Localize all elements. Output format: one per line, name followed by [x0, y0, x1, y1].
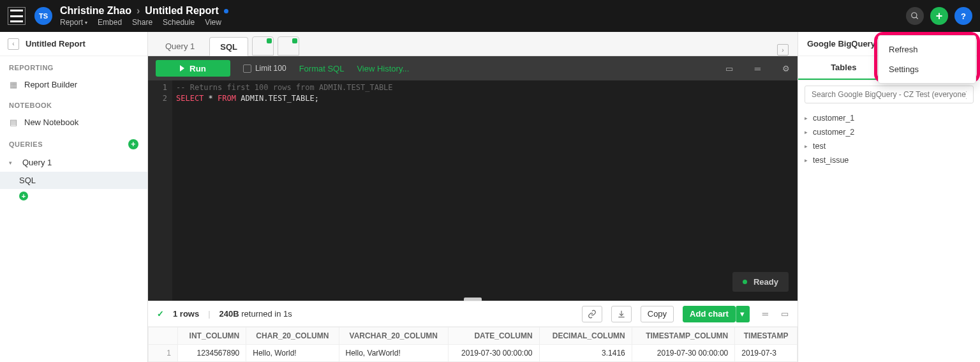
col-date[interactable]: DATE_COLUMN — [449, 328, 539, 345]
gear-icon[interactable]: ⚙ — [782, 64, 790, 73]
tab-add-chart[interactable] — [278, 36, 299, 56]
chevron-right-icon: ▸ — [805, 129, 808, 135]
limit-100-toggle[interactable]: Limit 100 — [243, 64, 286, 73]
sidebar-new-notebook[interactable]: ▤ New Notebook — [0, 113, 147, 132]
left-sidebar: ‹ Untitled Report REPORTING ▦ Report Bui… — [0, 32, 148, 362]
results-layout-icon-2[interactable]: ▭ — [781, 309, 789, 319]
resize-handle[interactable] — [464, 298, 482, 301]
plus-badge-icon — [292, 38, 297, 43]
tree-item[interactable]: ▸customer_2 — [805, 125, 974, 139]
results-layout-icon-1[interactable]: ═ — [762, 309, 768, 319]
center-column: Query 1 SQL › Run Limit 100 Format SQL V… — [148, 32, 798, 362]
sidebar-query-sql[interactable]: SQL — [0, 172, 147, 189]
download-icon — [617, 310, 626, 319]
col-ts[interactable]: TIMESTAMP_COLUMN — [632, 328, 735, 345]
mode-logo-icon[interactable] — [8, 7, 26, 25]
cell: 2019-07-30 00:00:00 — [632, 345, 735, 362]
schema-tree: ▸customer_1 ▸customer_2 ▸test ▸test_issu… — [798, 109, 980, 170]
section-queries: QUERIES + — [0, 132, 147, 153]
tab-query-1[interactable]: Query 1 — [154, 36, 205, 56]
topbar: TS Christine Zhao › Untitled Report Repo… — [0, 0, 980, 32]
layout-icon-2[interactable]: ═ — [755, 64, 761, 73]
tree-item[interactable]: ▸test_issue — [805, 153, 974, 167]
table-header-row: INT_COLUMN CHAR_20_COLUMN VARCHAR_20_COL… — [149, 328, 798, 345]
collapse-sidebar-icon[interactable]: ‹ — [8, 38, 19, 50]
col-vchar[interactable]: VARCHAR_20_COLUMN — [339, 328, 449, 345]
table-row[interactable]: 1 1234567890 Hello, World! Hello, VarWor… — [149, 345, 798, 362]
cell: Hello, World! — [246, 345, 339, 362]
editor-tabs: Query 1 SQL › — [148, 32, 798, 56]
chevron-right-icon: ▸ — [805, 157, 808, 163]
tab-sql[interactable]: SQL — [209, 37, 248, 56]
breadcrumb-report-title[interactable]: Untitled Report — [145, 5, 219, 17]
sql-editor[interactable]: 12 -- Returns first 100 rows from ADMIN.… — [148, 80, 798, 301]
menu-report[interactable]: Report ▾ — [60, 18, 87, 27]
col-char[interactable]: CHAR_20_COLUMN — [246, 328, 339, 345]
results-timing: returned in 1s — [241, 309, 292, 319]
add-chart-button[interactable]: Add chart — [683, 306, 736, 322]
sidebar-report-builder-label: Report Builder — [24, 80, 77, 89]
add-chart-caret[interactable]: ▾ — [736, 306, 750, 322]
notebook-icon: ▤ — [9, 118, 18, 127]
sidebar-new-notebook-label: New Notebook — [24, 117, 78, 127]
col-ts2[interactable]: TIMESTAMP — [735, 328, 798, 345]
line-gutter: 12 — [148, 80, 172, 301]
right-panel: Google BigQuery - CZ Test ▾ ⋮ Refresh Se… — [798, 32, 980, 362]
layout-icon-1[interactable]: ▭ — [725, 64, 733, 73]
search-icon[interactable] — [906, 7, 924, 25]
row-index: 1 — [149, 345, 178, 362]
breadcrumb-separator-icon: › — [137, 5, 140, 17]
tab-tables[interactable]: Tables — [798, 56, 889, 80]
sidebar-report-builder[interactable]: ▦ Report Builder — [0, 75, 147, 94]
help-button[interactable]: ? — [954, 7, 972, 25]
section-reporting: REPORTING — [0, 56, 147, 75]
download-button[interactable] — [611, 306, 632, 322]
sidebar-query-1[interactable]: ▾ Query 1 — [0, 153, 147, 172]
run-button[interactable]: Run — [156, 60, 230, 77]
cell: 2019-07-3 — [735, 345, 798, 362]
menu-schedule[interactable]: Schedule — [163, 18, 195, 27]
sidebar-add-viz[interactable]: + — [0, 189, 147, 203]
sidebar-report-title: Untitled Report — [26, 39, 85, 49]
results-row-count: 1 rows — [173, 309, 199, 319]
results-size: 240B — [219, 309, 239, 319]
workspace-avatar[interactable]: TS — [34, 7, 52, 25]
new-button[interactable]: + — [930, 7, 948, 25]
menu-embed[interactable]: Embed — [98, 18, 122, 27]
tab-add-table[interactable] — [252, 36, 274, 56]
title-region: Christine Zhao › Untitled Report Report … — [60, 5, 228, 27]
main: ‹ Untitled Report REPORTING ▦ Report Bui… — [0, 32, 980, 362]
svg-line-1 — [916, 17, 918, 19]
schema-search — [805, 86, 974, 103]
format-sql-button[interactable]: Format SQL — [299, 64, 345, 73]
chevron-right-icon: ▸ — [805, 115, 808, 121]
add-query-icon[interactable]: + — [128, 139, 138, 149]
menu-refresh[interactable]: Refresh — [879, 40, 976, 59]
menu-share[interactable]: Share — [132, 18, 152, 27]
code-area[interactable]: -- Returns first 100 rows from ADMIN.TES… — [172, 80, 798, 301]
section-notebook: NOTEBOOK — [0, 94, 147, 113]
col-dec[interactable]: DECIMAL_COLUMN — [539, 328, 632, 345]
schema-search-input[interactable] — [805, 86, 974, 103]
svg-point-0 — [912, 13, 917, 18]
breadcrumb-user[interactable]: Christine Zhao — [60, 5, 131, 17]
cell: 3.1416 — [539, 345, 632, 362]
cell: Hello, VarWorld! — [339, 345, 449, 362]
copy-button[interactable]: Copy — [641, 306, 674, 322]
menu-view[interactable]: View — [205, 18, 221, 27]
checkbox-icon — [243, 64, 251, 73]
expand-panel-icon[interactable]: › — [777, 44, 789, 56]
editor-toolbar: Run Limit 100 Format SQL View History...… — [148, 56, 798, 80]
status-badge: Ready — [732, 272, 789, 292]
tree-item[interactable]: ▸test — [805, 139, 974, 153]
copy-link-button[interactable] — [582, 306, 602, 322]
db-type-label: Google BigQuery — [807, 39, 875, 49]
view-history-button[interactable]: View History... — [357, 64, 409, 73]
link-icon — [588, 310, 597, 319]
cell: 2019-07-30 00:00:00 — [449, 345, 539, 362]
menu-settings[interactable]: Settings — [879, 59, 976, 79]
col-int[interactable]: INT_COLUMN — [178, 328, 246, 345]
results-toolbar: ✓ 1 rows | 240B returned in 1s Copy Add … — [148, 301, 798, 326]
tree-item[interactable]: ▸customer_1 — [805, 111, 974, 125]
chevron-down-icon: ▾ — [9, 160, 12, 166]
